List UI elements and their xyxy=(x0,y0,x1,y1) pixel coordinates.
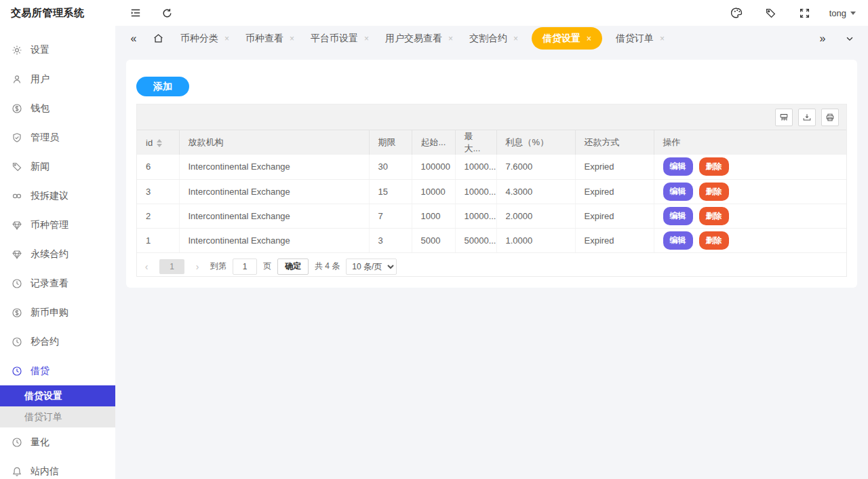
cell-term: 15 xyxy=(369,179,412,204)
prev-page-icon[interactable]: ‹ xyxy=(140,261,153,272)
delete-button[interactable]: 删除 xyxy=(699,157,729,176)
close-icon[interactable]: × xyxy=(290,35,294,43)
tag-icon[interactable] xyxy=(762,3,781,22)
sidebar-item-label: 用户 xyxy=(31,73,50,85)
tabs-scroll-left-icon[interactable]: « xyxy=(125,30,142,47)
col-max: 最大... xyxy=(455,130,496,155)
sidebar-item-label: 新闻 xyxy=(31,161,50,173)
cell-start: 1000 xyxy=(412,204,455,228)
sidebar-item-quant[interactable]: 量化 xyxy=(0,427,115,457)
sidebar-item-label: 管理员 xyxy=(31,132,59,144)
close-icon[interactable]: × xyxy=(224,35,229,43)
sidebar-collapse-icon[interactable] xyxy=(126,3,145,22)
sidebar-subitem-loan-settings[interactable]: 借贷设置 xyxy=(0,385,115,406)
page-content: 添加 xyxy=(115,51,868,296)
add-button[interactable]: 添加 xyxy=(136,77,189,96)
tab-loan-settings-active[interactable]: 借贷设置 × xyxy=(532,27,602,50)
sidebar-item-users[interactable]: 用户 xyxy=(0,64,115,94)
sidebar-item-label: 记录查看 xyxy=(31,277,68,290)
sidebar-item-feedback[interactable]: 投拆建议 xyxy=(0,181,115,210)
sort-icon[interactable] xyxy=(157,139,162,147)
col-repay: 还款方式 xyxy=(575,130,654,155)
edit-button[interactable]: 编辑 xyxy=(663,231,693,250)
tab-platform-coin-settings[interactable]: 平台币设置 × xyxy=(302,26,377,51)
filter-columns-icon[interactable] xyxy=(775,109,793,126)
sidebar-item-new-coin[interactable]: 新币申购 xyxy=(0,298,115,327)
next-page-icon[interactable]: › xyxy=(191,261,204,272)
sidebar-item-wallet[interactable]: 钱包 xyxy=(0,94,115,123)
tab-loan-orders[interactable]: 借贷订单 × xyxy=(608,26,673,51)
sidebar-item-admin[interactable]: 管理员 xyxy=(0,123,115,152)
gem-icon xyxy=(12,220,22,231)
tab-delivery-contract[interactable]: 交割合约 × xyxy=(461,26,526,51)
goto-page-input[interactable] xyxy=(233,258,257,275)
sidebar-item-label: 新币申购 xyxy=(31,307,68,319)
loan-table: id 放款机构 期限 起始... 最大... 利息（%） 还款方式 操作 xyxy=(136,104,847,253)
home-tab-icon[interactable] xyxy=(149,30,167,47)
fullscreen-icon[interactable] xyxy=(795,3,814,22)
close-icon[interactable]: × xyxy=(364,35,369,43)
delete-button[interactable]: 删除 xyxy=(699,231,729,250)
cell-rate: 4.3000 xyxy=(496,179,575,204)
cell-lender: Intercontinental Exchange xyxy=(179,155,369,179)
cell-start: 100000 xyxy=(412,155,455,179)
dollar-circle-icon xyxy=(12,307,22,318)
export-icon[interactable] xyxy=(798,109,816,126)
refresh-icon[interactable] xyxy=(157,3,176,22)
sidebar-item-label: 量化 xyxy=(31,436,50,448)
close-icon[interactable]: × xyxy=(448,35,453,43)
cell-actions: 编辑删除 xyxy=(654,204,846,228)
cell-id: 1 xyxy=(137,228,179,252)
tab-user-trade-view[interactable]: 用户交易查看 × xyxy=(377,26,461,51)
sidebar-item-perpetual[interactable]: 永续合约 xyxy=(0,240,115,269)
table-row: 1 Intercontinental Exchange 3 5000 50000… xyxy=(137,228,846,252)
sidebar-item-settings[interactable]: 设置 xyxy=(0,35,115,64)
sidebar-item-site-mail[interactable]: 站内信 xyxy=(0,457,115,479)
sidebar-item-second-contract[interactable]: 秒合约 xyxy=(0,327,115,356)
tabs-scroll-right-icon[interactable]: » xyxy=(814,30,831,47)
tabs-menu-icon[interactable] xyxy=(841,30,859,47)
sidebar-item-label: 秒合约 xyxy=(31,336,59,348)
delete-button[interactable]: 删除 xyxy=(699,207,729,225)
print-icon[interactable] xyxy=(821,109,839,126)
sidebar-item-label: 永续合约 xyxy=(31,248,68,261)
tab-label: 用户交易查看 xyxy=(385,33,442,45)
close-icon[interactable]: × xyxy=(660,35,665,43)
sidebar-item-loan[interactable]: 借贷 xyxy=(0,356,115,385)
sidebar-item-coin-manage[interactable]: 币种管理 xyxy=(0,210,115,240)
link-icon xyxy=(12,191,22,202)
close-icon[interactable]: × xyxy=(513,35,518,43)
tab-coin-view[interactable]: 币种查看 × xyxy=(237,26,302,51)
cell-max: 10000... xyxy=(455,155,496,179)
cell-id: 3 xyxy=(137,179,179,204)
table-row: 3 Intercontinental Exchange 15 10000 100… xyxy=(137,179,846,204)
edit-button[interactable]: 编辑 xyxy=(663,207,693,225)
shield-check-icon xyxy=(12,132,22,143)
cell-repay: Expried xyxy=(575,155,654,179)
tab-coin-category[interactable]: 币种分类 × xyxy=(172,26,237,51)
edit-button[interactable]: 编辑 xyxy=(663,183,693,201)
user-menu[interactable]: tong xyxy=(829,8,856,18)
current-page[interactable]: 1 xyxy=(159,259,184,274)
dollar-circle-icon xyxy=(12,103,22,114)
cell-repay: Expired xyxy=(575,228,654,252)
clock-icon xyxy=(12,366,22,377)
sidebar-item-news[interactable]: 新闻 xyxy=(0,152,115,181)
sidebar-subitem-loan-orders[interactable]: 借贷订单 xyxy=(0,406,115,427)
clock-icon xyxy=(12,337,22,347)
col-lender: 放款机构 xyxy=(179,130,369,155)
sidebar-item-label: 币种管理 xyxy=(31,219,68,231)
col-id[interactable]: id xyxy=(137,130,179,155)
topbar-actions: tong xyxy=(728,3,868,22)
close-icon[interactable]: × xyxy=(587,35,591,43)
delete-button[interactable]: 删除 xyxy=(699,183,729,201)
cell-max: 50000... xyxy=(455,228,496,252)
username: tong xyxy=(829,8,846,18)
sidebar-item-records[interactable]: 记录查看 xyxy=(0,269,115,298)
cell-lender: Intercontinental Exchange xyxy=(179,204,369,228)
edit-button[interactable]: 编辑 xyxy=(663,157,693,176)
cell-rate: 1.0000 xyxy=(496,228,575,252)
page-size-select[interactable]: 10 条/页 xyxy=(346,258,397,275)
confirm-page-button[interactable]: 确定 xyxy=(277,258,309,275)
theme-palette-icon[interactable] xyxy=(728,3,747,22)
